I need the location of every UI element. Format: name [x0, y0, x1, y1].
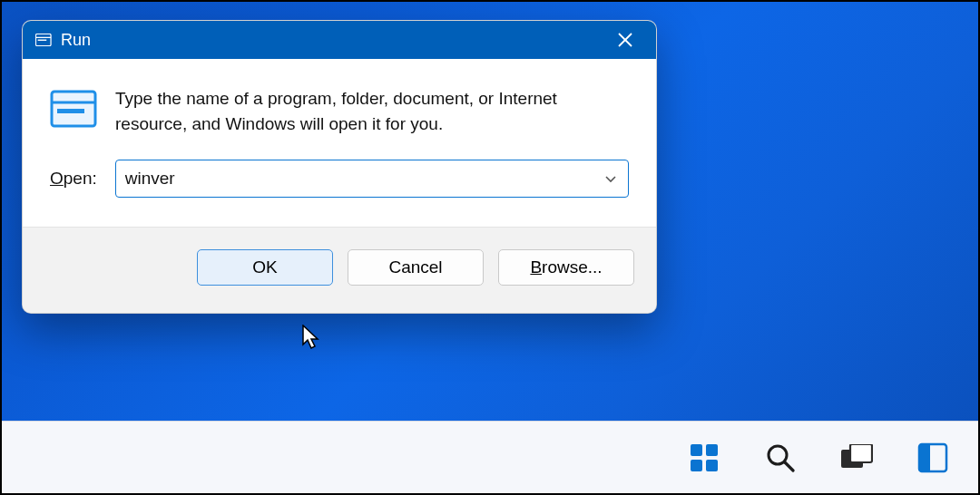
- cancel-button[interactable]: Cancel: [348, 249, 484, 286]
- svg-rect-18: [919, 444, 930, 471]
- dialog-title: Run: [61, 31, 91, 50]
- ok-button[interactable]: OK: [197, 249, 333, 286]
- svg-rect-7: [57, 109, 84, 113]
- windows-start-icon: [689, 442, 720, 473]
- browse-button[interactable]: Browse...: [498, 249, 634, 286]
- ok-button-label: OK: [252, 257, 277, 277]
- task-view-button[interactable]: [835, 436, 878, 480]
- svg-rect-2: [38, 40, 47, 41]
- widgets-button[interactable]: [911, 436, 955, 480]
- run-title-icon: [35, 34, 52, 46]
- run-dialog: Run Type the name of a program, folder, …: [22, 20, 657, 314]
- titlebar[interactable]: Run: [23, 21, 656, 59]
- dialog-description: Type the name of a program, folder, docu…: [115, 86, 629, 136]
- widgets-icon: [917, 442, 948, 473]
- cancel-button-label: Cancel: [388, 257, 442, 277]
- browse-button-label: Browse...: [530, 257, 602, 277]
- open-combobox[interactable]: [115, 160, 629, 198]
- button-row: OK Cancel Browse...: [23, 227, 656, 313]
- open-input[interactable]: [125, 169, 599, 189]
- taskbar: [2, 421, 978, 493]
- svg-rect-12: [706, 460, 718, 471]
- search-icon: [765, 442, 796, 473]
- open-label: Open:: [50, 169, 97, 189]
- start-button[interactable]: [682, 436, 726, 480]
- svg-rect-11: [691, 460, 702, 471]
- task-view-icon: [840, 444, 873, 471]
- svg-rect-10: [706, 444, 718, 456]
- svg-line-14: [785, 462, 793, 471]
- close-button[interactable]: [607, 22, 643, 58]
- svg-rect-16: [850, 444, 872, 462]
- search-button[interactable]: [759, 436, 802, 480]
- chevron-down-icon[interactable]: [599, 167, 622, 190]
- run-icon: [50, 88, 97, 130]
- svg-rect-9: [691, 444, 702, 456]
